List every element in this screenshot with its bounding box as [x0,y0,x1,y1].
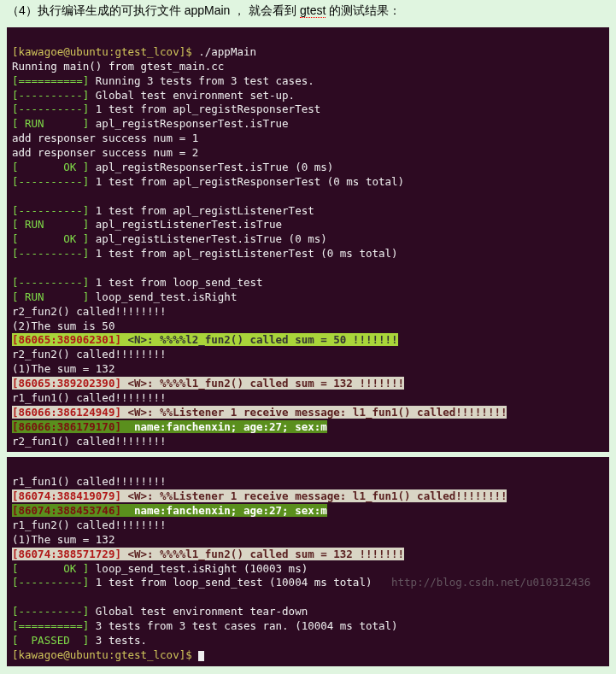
output-line: r2_fun2() called!!!!!!!! [12,348,167,360]
shell-prompt: [kawagoe@ubuntu:gtest_lcov]$ [12,648,198,661]
doc-text-mid: ， 就会看到 [233,3,300,17]
gtest-ok-tag: [ OK ] [12,562,89,575]
gtest-msg: 1 test from loop_send_test [89,276,262,289]
gtest-msg: apl_registResponserTest.isTrue (0 ms) [89,161,333,173]
gtest-msg: apl_registListenerTest.isTrue [89,218,282,231]
shell-prompt: [kawagoe@ubuntu:gtest_lcov]$ [12,45,198,58]
log-warn-line: [86066:386124949] <W>: %%Listener 1 rece… [12,406,507,419]
terminal-output-1[interactable]: [kawagoe@ubuntu:gtest_lcov]$ ./appMain R… [7,27,609,452]
watermark-text: http://blog.csdn.net/u010312436 [391,576,590,589]
gtest-run-tag: [ RUN ] [12,290,89,303]
doc-description: （4）执行编译生成的可执行文件 appMain ， 就会看到 gtest 的测试… [0,0,616,22]
gtest-msg: 1 test from loop_send_test (10004 ms tot… [89,576,372,589]
output-line: r2_fun1() called!!!!!!!! [12,435,167,448]
gtest-run-tag: [ RUN ] [12,218,89,231]
output-line: r1_fun1() called!!!!!!!! [12,391,167,404]
output-line: Running main() from gtest_main.cc [12,60,224,73]
gtest-msg: 1 test from apl_registResponserTest (0 m… [89,175,404,188]
gtest-msg: apl_registResponserTest.isTrue [89,117,288,130]
gtest-msg: 3 tests from 3 test cases ran. (10004 ms… [89,619,397,632]
log-notice-line: [86065:389062301] <N>: %%%%l2_fun2() cal… [12,333,398,346]
output-line: r1_fun1() called!!!!!!!! [12,475,167,488]
gtest-msg: apl_registListenerTest.isTrue (0 ms) [89,232,326,245]
gtest-tag: [----------] [12,175,89,188]
log-warn-line: [86074:388419079] <W>: %%Listener 1 rece… [12,489,507,502]
gtest-run-tag: [ RUN ] [12,117,89,130]
output-line: (1)The sum = 132 [12,362,114,375]
gtest-msg: Global test environment set-up. [89,89,295,102]
output-line: (2)The sum is 50 [12,319,114,332]
gtest-tag: [==========] [12,619,89,632]
gtest-ok-tag: [ OK ] [12,161,89,173]
gtest-passed-tag: [ PASSED ] [12,634,89,647]
log-info-line: [86066:386179170] name:fanchenxin; age:2… [12,420,327,433]
output-line: (1)The sum = 132 [12,533,114,546]
gtest-tag: [----------] [12,605,89,618]
filename-appmain: appMain [185,3,231,17]
gtest-tag: [----------] [12,103,89,115]
gtest-ok-tag: [ OK ] [12,232,89,245]
log-warn-line: [86074:388571729] <W>: %%%%l1_fun2() cal… [12,548,404,560]
gtest-msg: 3 tests. [89,634,147,647]
gtest-msg: Running 3 tests from 3 test cases. [89,74,314,87]
gtest-msg: loop_send_test.isRight [89,290,237,303]
gtest-msg: 1 test from apl_registListenerTest (0 ms… [89,247,397,260]
doc-text-prefix: （4）执行编译生成的可执行文件 [7,3,185,17]
terminal-output-2[interactable]: r1_fun1() called!!!!!!!! [86074:38841907… [7,457,609,665]
output-line: add responser success num = 1 [12,132,198,144]
shell-command: ./appMain [198,45,256,58]
gtest-msg: 1 test from apl_registResponserTest [89,103,320,115]
gtest-msg: Global test environment tear-down [89,605,308,618]
log-warn-line: [86065:389202390] <W>: %%%%l1_fun2() cal… [12,377,404,390]
gtest-word: gtest [300,3,326,18]
log-info-line: [86074:388453746] name:fanchenxin; age:2… [12,504,327,517]
gtest-msg: 1 test from apl_registListenerTest [89,204,314,217]
gtest-tag: [----------] [12,204,89,217]
gtest-tag: [----------] [12,276,89,289]
gtest-tag: [----------] [12,576,89,589]
gtest-msg: loop_send_test.isRight (10003 ms) [89,562,308,575]
gtest-tag: [----------] [12,89,89,102]
gtest-tag: [==========] [12,74,89,87]
gtest-tag: [----------] [12,247,89,260]
doc-text-suffix: 的测试结果： [329,3,401,17]
output-line: r1_fun2() called!!!!!!!! [12,519,167,531]
output-line: r2_fun2() called!!!!!!!! [12,305,167,318]
cursor-icon [198,651,204,661]
output-line: add responser success num = 2 [12,146,198,159]
